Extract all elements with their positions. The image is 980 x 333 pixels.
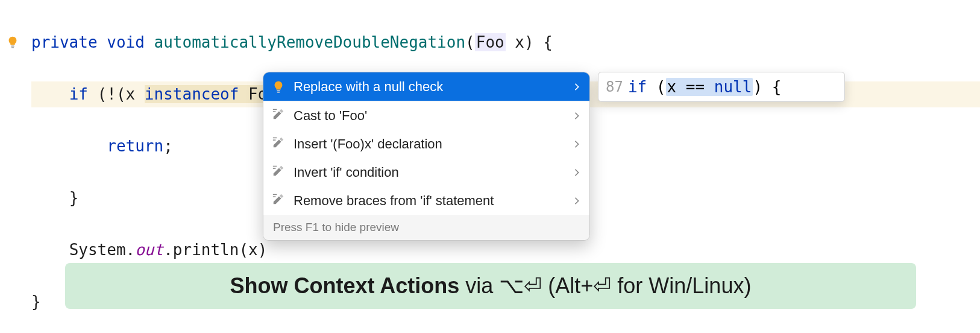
keyword-private: private	[31, 33, 98, 51]
intention-item-remove-braces[interactable]: Remove braces from 'if' statement	[263, 186, 589, 215]
lightbulb-icon	[272, 80, 285, 94]
svg-rect-7	[273, 139, 276, 140]
svg-rect-8	[273, 165, 277, 166]
param-type: Foo	[475, 33, 506, 51]
intention-bulb-icon[interactable]	[6, 36, 19, 49]
banner-text: for Win/Linux)	[611, 273, 751, 298]
code-text: System.	[69, 241, 136, 259]
svg-rect-11	[273, 196, 276, 197]
svg-rect-6	[273, 137, 277, 138]
svg-rect-2	[277, 90, 280, 91]
code-text: .println(x)	[163, 241, 267, 259]
popup-footer-hint: Press F1 to hide preview	[263, 215, 589, 240]
intention-preview: 87 if (x == null) {	[598, 72, 845, 102]
preview-line-number: 87	[606, 78, 623, 95]
svg-rect-0	[11, 46, 14, 47]
keyword-null: null	[714, 78, 752, 96]
keyword-if: if	[69, 85, 88, 103]
brace: }	[69, 189, 79, 207]
svg-rect-5	[273, 111, 276, 112]
intention-label: Replace with a null check	[294, 79, 564, 95]
pencil-icon	[272, 164, 285, 181]
code-text: (	[647, 78, 665, 96]
keyword-return: return	[107, 137, 163, 155]
code-text: ) {	[524, 33, 553, 51]
chevron-right-icon	[573, 136, 581, 152]
intention-label: Cast to 'Foo'	[294, 108, 564, 124]
intention-item-insert-declaration[interactable]: Insert '(Foo)x' declaration	[263, 130, 589, 158]
svg-rect-9	[273, 168, 276, 168]
svg-rect-10	[273, 194, 277, 194]
intention-item-invert-if[interactable]: Invert 'if' condition	[263, 158, 589, 186]
pencil-icon	[272, 136, 285, 153]
tip-banner: Show Context Actions via ⌥⏎ (Alt+⏎ for W…	[65, 263, 916, 309]
chevron-right-icon	[573, 108, 581, 124]
keyword-instanceof: instanceof	[145, 85, 239, 103]
chevron-right-icon	[573, 193, 581, 209]
code-text: ;	[163, 137, 173, 155]
svg-rect-1	[11, 47, 14, 48]
intention-item-cast-to-foo[interactable]: Cast to 'Foo'	[263, 101, 589, 130]
banner-title: Show Context Actions	[230, 273, 460, 298]
param-name: x	[515, 33, 524, 51]
code-line[interactable]: System.out.println(x)	[31, 237, 980, 263]
intention-label: Invert 'if' condition	[294, 165, 564, 180]
pencil-icon	[272, 107, 285, 124]
field-out: out	[135, 241, 163, 259]
code-text: x ==	[667, 78, 714, 96]
svg-rect-3	[277, 92, 280, 92]
svg-rect-4	[273, 109, 277, 109]
method-name: automaticallyRemoveDoubleNegation	[154, 33, 466, 51]
enter-key-icon: ⏎	[593, 273, 611, 298]
keyword-if: if	[628, 78, 647, 96]
banner-text: (	[542, 273, 555, 298]
code-editor[interactable]: private void automaticallyRemoveDoubleNe…	[0, 0, 980, 333]
chevron-right-icon	[573, 79, 581, 95]
intentions-popup[interactable]: Replace with a null check Cast to 'Foo' …	[263, 72, 590, 241]
banner-via: via	[459, 273, 499, 298]
intention-item-replace-null-check[interactable]: Replace with a null check	[263, 72, 589, 101]
intention-label: Remove braces from 'if' statement	[294, 193, 564, 209]
code-text: (!(x	[88, 85, 145, 103]
code-text: ) {	[753, 78, 781, 96]
pencil-icon	[272, 192, 285, 209]
code-line[interactable]: private void automaticallyRemoveDoubleNe…	[31, 30, 980, 56]
keyword-void: void	[107, 33, 145, 51]
intention-label: Insert '(Foo)x' declaration	[294, 136, 564, 152]
shortcut-mac: ⌥⏎	[499, 273, 542, 298]
brace: }	[31, 293, 41, 311]
chevron-right-icon	[573, 165, 581, 180]
shortcut-alt: Alt+	[555, 273, 593, 298]
gutter	[0, 0, 25, 333]
